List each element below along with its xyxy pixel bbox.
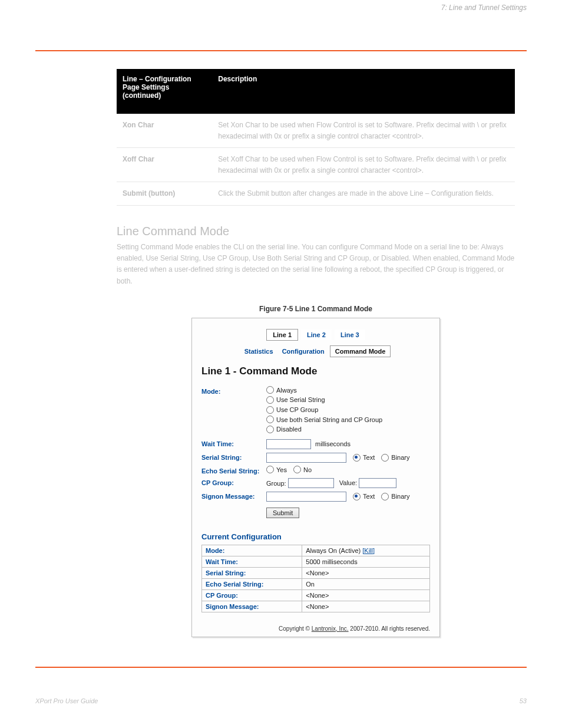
cc-val: 5000 milliseconds	[302, 556, 430, 567]
cc-key: Serial String:	[202, 567, 302, 578]
row-wait-time: Wait Time: milliseconds	[201, 439, 430, 449]
cc-key: Wait Time:	[202, 556, 302, 567]
kill-link[interactable]: [Kill]	[362, 547, 375, 554]
wait-time-unit: milliseconds	[315, 440, 351, 447]
cc-val: <None>	[302, 567, 430, 578]
table-row: Wait Time: 5000 milliseconds	[202, 556, 430, 567]
radio-mode-serial[interactable]	[266, 396, 274, 404]
figure-caption: Figure 7-5 Line 1 Command Mode	[117, 305, 515, 313]
page-footer: XPort Pro User Guide 53	[35, 697, 527, 704]
subsection-heading: Line Command Mode	[117, 225, 515, 238]
radio-label: Text	[363, 493, 375, 500]
table-header-field: Line – Configuration Page Settings (cont…	[117, 69, 212, 114]
hr-bottom	[35, 667, 527, 668]
pane-title: Line 1 - Command Mode	[201, 365, 430, 377]
field-cell: Submit (button)	[117, 182, 212, 206]
radio-label: Disabled	[276, 426, 302, 433]
submit-button[interactable]: Submit	[266, 508, 299, 518]
body-column: Line – Configuration Page Settings (cont…	[117, 69, 515, 637]
hr-top	[35, 50, 527, 51]
tab-line-3[interactable]: Line 3	[335, 330, 365, 340]
cp-value-lbl: Value:	[339, 479, 357, 486]
cc-key: Signon Message:	[202, 601, 302, 612]
label-mode: Mode:	[201, 387, 266, 395]
row-echo-serial: Echo Serial String: Yes No	[201, 466, 430, 475]
table-row: Echo Serial String: On	[202, 578, 430, 589]
field-cell: Xoff Char	[117, 148, 212, 182]
row-serial-string: Serial String: Text Binary	[201, 453, 430, 463]
cc-val: Always On (Active) [Kill]	[302, 545, 430, 556]
page-root: 7: Line and Tunnel Settings Line – Confi…	[0, 4, 562, 704]
radio-label: Use CP Group	[276, 406, 318, 413]
copyright-text: Copyright © Lantronix, Inc. 2007-2010. A…	[201, 625, 430, 632]
row-cp-group: CP Group: Group: Value:	[201, 478, 430, 488]
radio-label: Binary	[391, 493, 409, 500]
tab-line-1[interactable]: Line 1	[266, 329, 298, 341]
tab-line-2[interactable]: Line 2	[301, 330, 332, 340]
serial-string-input[interactable]	[266, 453, 346, 463]
footer-left: XPort Pro User Guide	[35, 697, 98, 704]
table-row: Signon Message: <None>	[202, 601, 430, 612]
cp-value-input[interactable]	[359, 478, 396, 488]
cc-key: CP Group:	[202, 589, 302, 601]
radio-mode-cpgroup[interactable]	[266, 406, 274, 414]
radio-mode-always[interactable]	[266, 386, 274, 394]
row-submit: Submit	[201, 505, 430, 518]
sub-tabs: Statistics Configuration Command Mode	[201, 345, 430, 357]
desc-cell: Click the Submit button after changes ar…	[212, 182, 515, 206]
label-cp-group: CP Group:	[201, 478, 266, 486]
radio-mode-disabled[interactable]	[266, 426, 274, 433]
label-serial-string: Serial String:	[201, 453, 266, 461]
current-config-table: Mode: Always On (Active) [Kill] Wait Tim…	[201, 545, 430, 612]
row-mode: Mode: Always Use Serial String Use CP Gr…	[201, 387, 430, 436]
footer-right: 53	[520, 697, 527, 704]
radio-label: Binary	[391, 454, 409, 461]
radio-label: Yes	[276, 466, 287, 473]
wait-time-input[interactable]	[266, 439, 311, 449]
paragraph-text: Setting Command Mode enables the CLI on …	[117, 242, 515, 287]
table-row: Xoff Char Set Xoff Char to be used when …	[117, 148, 515, 182]
radio-signon-binary[interactable]	[381, 493, 389, 500]
subtab-configuration[interactable]: Configuration	[282, 348, 325, 355]
cp-group-input[interactable]	[288, 478, 334, 488]
label-signon: Signon Message:	[201, 492, 266, 500]
cp-group-lbl: Group:	[266, 479, 286, 486]
cc-key: Echo Serial String:	[202, 578, 302, 589]
lantronix-link[interactable]: Lantronix, Inc.	[312, 625, 349, 632]
desc-cell: Set Xoff Char to be used when Flow Contr…	[212, 148, 515, 182]
cc-val: <None>	[302, 589, 430, 601]
field-cell: Xon Char	[117, 114, 212, 148]
row-signon: Signon Message: Text Binary	[201, 492, 430, 502]
table-row: Serial String: <None>	[202, 567, 430, 578]
radio-label: No	[303, 466, 312, 473]
label-echo-serial: Echo Serial String:	[201, 466, 266, 475]
page-header: 7: Line and Tunnel Settings	[35, 4, 527, 12]
table-row: Submit (button) Click the Submit button …	[117, 182, 515, 206]
cc-val: <None>	[302, 601, 430, 612]
ui-screenshot: Line 1 Line 2 Line 3 Statistics Configur…	[191, 318, 440, 637]
radio-label: Use Serial String	[276, 396, 325, 403]
radio-echo-no[interactable]	[293, 466, 301, 473]
radio-serial-text[interactable]	[353, 454, 361, 462]
signon-input[interactable]	[266, 492, 346, 502]
subtab-command-mode[interactable]: Command Mode	[330, 345, 391, 357]
cc-key: Mode:	[202, 545, 302, 556]
line-tabs: Line 1 Line 2 Line 3	[201, 329, 430, 341]
definitions-table: Line – Configuration Page Settings (cont…	[117, 69, 515, 206]
cc-val: On	[302, 578, 430, 589]
radio-serial-binary[interactable]	[381, 454, 389, 462]
table-row: CP Group: <None>	[202, 589, 430, 601]
radio-label: Text	[363, 454, 375, 461]
radio-mode-both[interactable]	[266, 416, 274, 423]
subtab-statistics[interactable]: Statistics	[244, 348, 273, 355]
desc-cell: Set Xon Char to be used when Flow Contro…	[212, 114, 515, 148]
label-wait-time: Wait Time:	[201, 439, 266, 447]
radio-echo-yes[interactable]	[266, 466, 274, 473]
table-header-desc: Description	[212, 69, 515, 114]
current-config-heading: Current Configuration	[201, 532, 430, 541]
radio-signon-text[interactable]	[353, 493, 361, 500]
radio-label: Always	[276, 387, 297, 394]
table-row: Xon Char Set Xon Char to be used when Fl…	[117, 114, 515, 148]
table-row: Mode: Always On (Active) [Kill]	[202, 545, 430, 556]
radio-label: Use both Serial String and CP Group	[276, 416, 382, 423]
